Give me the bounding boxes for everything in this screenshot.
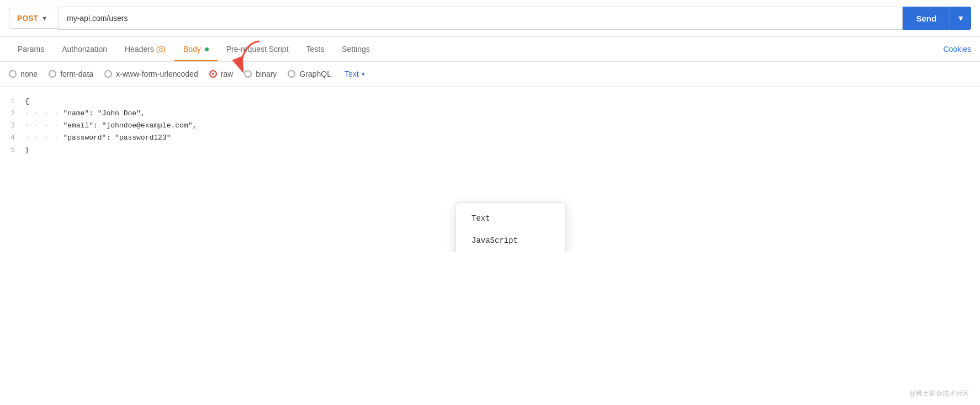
line-number-1: 1 (0, 95, 25, 108)
radio-graphql[interactable]: GraphQL (288, 70, 331, 78)
code-line-4: 4 · · · · "password": "password123" (0, 132, 980, 144)
radio-none[interactable]: none (9, 70, 38, 78)
url-bar: POST ▼ Send ▼ (0, 0, 980, 37)
radio-circle-form-data (49, 70, 56, 78)
code-content-5: } (25, 144, 980, 156)
tab-settings[interactable]: Settings (333, 37, 379, 61)
code-content-1: { (25, 95, 980, 108)
tab-body[interactable]: Body (174, 37, 218, 61)
radio-label-graphql: GraphQL (299, 70, 331, 78)
text-format-dropdown[interactable]: Text ▾ (345, 70, 365, 78)
radio-label-binary: binary (256, 70, 277, 78)
code-content-3: · · · · "email": "johndoe@example.com", (25, 120, 980, 132)
code-line-1: 1 { (0, 95, 980, 108)
radio-raw[interactable]: raw (209, 70, 234, 78)
text-format-label: Text (345, 70, 359, 78)
radio-form-data[interactable]: form-data (49, 70, 93, 78)
method-selector[interactable]: POST ▼ (9, 8, 59, 29)
format-dropdown-menu: Text JavaScript JSON HTML XML (455, 202, 566, 252)
method-chevron-icon: ▼ (41, 15, 47, 22)
radio-circle-urlencoded (104, 70, 112, 78)
line-number-5: 5 (0, 144, 25, 156)
tab-authorization[interactable]: Authorization (53, 37, 116, 61)
code-editor[interactable]: 1 { 2 · · · · "name": "John Doe", 3 · · … (0, 87, 980, 252)
radio-circle-graphql (288, 70, 295, 78)
tab-params[interactable]: Params (9, 37, 53, 61)
radio-label-urlencoded: x-www-form-urlencoded (116, 70, 198, 78)
send-button-group: Send ▼ (903, 7, 971, 30)
line-number-4: 4 (0, 132, 25, 144)
radio-binary[interactable]: binary (244, 70, 277, 78)
code-line-3: 3 · · · · "email": "johndoe@example.com"… (0, 120, 980, 132)
tab-tests[interactable]: Tests (298, 37, 333, 61)
code-content-4: · · · · "password": "password123" (25, 132, 980, 144)
send-dropdown-button[interactable]: ▼ (950, 7, 971, 30)
url-input[interactable] (59, 7, 903, 30)
line-number-2: 2 (0, 108, 25, 120)
tabs-bar: Params Authorization Headers (8) Body Pr… (0, 37, 980, 62)
radio-circle-raw (209, 70, 217, 78)
dropdown-item-javascript[interactable]: JavaScript (456, 230, 565, 252)
radio-circle-binary (244, 70, 252, 78)
send-button[interactable]: Send (903, 7, 950, 30)
tab-pre-request[interactable]: Pre-request Script (218, 37, 298, 61)
code-content-2: · · · · "name": "John Doe", (25, 108, 980, 120)
radio-label-form-data: form-data (60, 70, 93, 78)
cookies-link[interactable]: Cookies (943, 37, 971, 61)
code-line-5: 5 } (0, 144, 980, 156)
code-line-2: 2 · · · · "name": "John Doe", (0, 108, 980, 120)
radio-label-none: none (20, 70, 38, 78)
radio-circle-none (9, 70, 17, 78)
line-number-3: 3 (0, 120, 25, 132)
dropdown-item-json[interactable]: JSON (456, 252, 565, 252)
dropdown-item-text[interactable]: Text (456, 207, 565, 230)
radio-urlencoded[interactable]: x-www-form-urlencoded (104, 70, 198, 78)
body-options-row: none form-data x-www-form-urlencoded raw… (0, 62, 980, 87)
method-label: POST (17, 14, 38, 23)
tab-headers[interactable]: Headers (8) (116, 37, 174, 61)
radio-label-raw: raw (221, 70, 234, 78)
text-format-chevron-icon: ▾ (362, 71, 365, 78)
